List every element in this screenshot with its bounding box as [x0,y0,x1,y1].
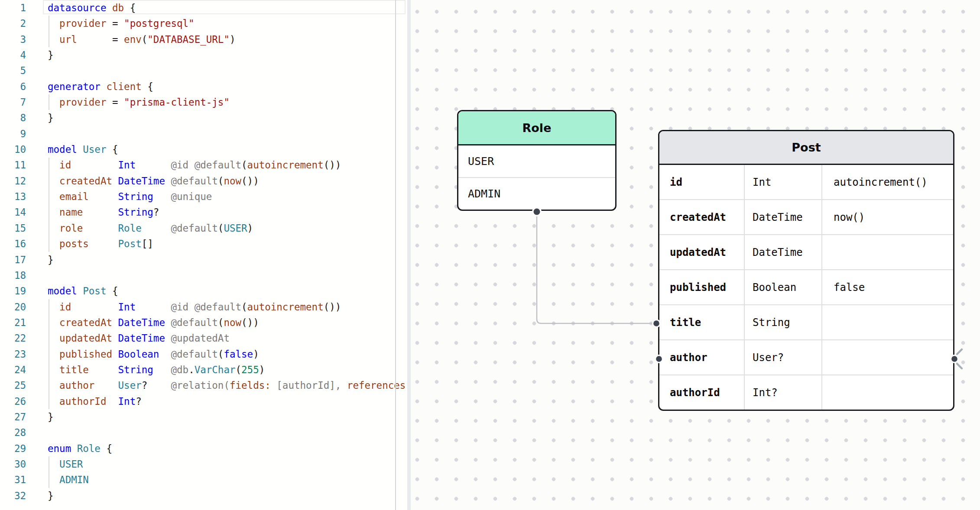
line-number: 8 [0,110,26,126]
line-number: 7 [0,94,26,110]
line-number: 21 [0,315,26,330]
schema-editor-pane[interactable]: 1datasource db {2 provider = "postgresql… [0,0,407,510]
code-line-text: createdAt DateTime @default(now()) [48,315,259,330]
code-line[interactable]: 17} [0,252,407,268]
code-line[interactable]: 6generator client { [0,79,407,94]
line-number: 27 [0,409,26,425]
code-line-text: } [48,488,54,504]
editor-ruler [395,0,396,510]
code-line-text: posts Post[] [48,236,153,252]
code-line[interactable]: 25 author User? @relation(fields: [autho… [0,378,407,393]
code-line[interactable]: 28 [0,425,407,440]
code-line-text: url = env("DATABASE_URL") [48,32,236,47]
field-type-cell: DateTime [744,200,821,234]
code-line-text: generator client { [48,79,153,94]
diagram-canvas[interactable]: Role USERADMIN Post idIntautoincrement()… [411,0,980,510]
line-number: 30 [0,456,26,472]
field-name-cell: createdAt [659,200,744,234]
code-line[interactable]: 32} [0,488,407,504]
code-line-text: createdAt DateTime @default(now()) [48,173,259,189]
field-default-cell [821,340,953,374]
line-number: 31 [0,472,26,487]
code-line-text: ADMIN [48,472,89,487]
erd-table-post[interactable]: Post idIntautoincrement()createdAtDateTi… [658,130,954,411]
code-line-text: } [48,252,54,268]
code-line-text: published Boolean @default(false) [48,346,259,362]
code-line[interactable]: 3 url = env("DATABASE_URL") [0,32,407,47]
enum-value-row[interactable]: USER [458,145,615,177]
code-line[interactable]: 24 title String @db.VarChar(255) [0,362,407,378]
code-line[interactable]: 9 [0,126,407,142]
code-line[interactable]: 23 published Boolean @default(false) [0,346,407,362]
line-number: 2 [0,16,26,31]
code-line[interactable]: 13 email String @unique [0,189,407,204]
field-type-cell: Boolean [744,270,821,304]
line-number: 25 [0,378,26,393]
code-lines: 1datasource db {2 provider = "postgresql… [0,0,407,504]
code-line[interactable]: 1datasource db { [0,0,407,16]
code-line-text: provider = "postgresql" [48,16,195,31]
code-line[interactable]: 2 provider = "postgresql" [0,16,407,31]
erd-table-post-rows: idIntautoincrement()createdAtDateTimenow… [659,165,953,410]
code-line[interactable]: 7 provider = "prisma-client-js" [0,94,407,110]
code-line-text: provider = "prisma-client-js" [48,94,230,110]
code-line[interactable]: 31 ADMIN [0,472,407,487]
relation-edge-role-user [537,215,654,323]
model-field-row[interactable]: updatedAtDateTime [659,234,953,269]
model-field-row[interactable]: titleString [659,304,953,339]
field-name-cell: published [659,270,744,304]
code-line-text: id Int @id @default(autoincrement()) [48,299,341,315]
code-line-text: enum Role { [48,441,112,456]
code-line[interactable]: 12 createdAt DateTime @default(now()) [0,173,407,189]
line-number: 4 [0,47,26,63]
field-name-cell: id [659,165,744,199]
code-line-text: author User? @relation(fields: [authorId… [48,378,407,393]
code-line-text: email String @unique [48,189,212,204]
line-number: 19 [0,283,26,299]
line-number: 3 [0,32,26,47]
code-line[interactable]: 22 updatedAt DateTime @updatedAt [0,330,407,346]
code-line[interactable]: 27} [0,409,407,425]
code-line[interactable]: 8} [0,110,407,126]
code-line[interactable]: 18 [0,268,407,283]
line-number: 23 [0,346,26,362]
code-line[interactable]: 16 posts Post[] [0,236,407,252]
code-line[interactable]: 19model Post { [0,283,407,299]
field-name-cell: title [659,305,744,339]
code-line[interactable]: 29enum Role { [0,441,407,456]
line-number: 1 [0,0,26,16]
line-number: 22 [0,330,26,346]
relation-edge-clipped-arrow [957,349,962,368]
code-line[interactable]: 10model User { [0,142,407,157]
field-default-cell [821,375,953,410]
line-number: 26 [0,394,26,409]
code-line-text: name String? [48,204,159,220]
model-field-row[interactable]: createdAtDateTimenow() [659,199,953,234]
code-line[interactable]: 30 USER [0,456,407,472]
indent-guide [49,456,49,488]
line-number: 13 [0,189,26,204]
code-line[interactable]: 11 id Int @id @default(autoincrement()) [0,157,407,173]
indent-guide [49,94,49,110]
code-line-text: updatedAt DateTime @updatedAt [48,330,230,346]
model-field-row[interactable]: authorUser? [659,339,953,374]
line-number: 15 [0,220,26,236]
model-field-row[interactable]: publishedBooleanfalse [659,269,953,304]
code-line-text: } [48,47,54,63]
code-line-text: title String @db.VarChar(255) [48,362,265,378]
pane-divider[interactable] [407,0,411,510]
code-line[interactable]: 4} [0,47,407,63]
model-field-row[interactable]: idIntautoincrement() [659,165,953,199]
code-line[interactable]: 14 name String? [0,204,407,220]
code-line[interactable]: 15 role Role @default(USER) [0,220,407,236]
code-line[interactable]: 26 authorId Int? [0,394,407,409]
code-line[interactable]: 5 [0,63,407,78]
line-number: 5 [0,63,26,78]
model-field-row[interactable]: authorIdInt? [659,374,953,410]
code-line[interactable]: 20 id Int @id @default(autoincrement()) [0,299,407,315]
field-default-cell [821,235,953,269]
enum-value-row[interactable]: ADMIN [458,177,615,210]
field-type-cell: User? [744,340,821,374]
erd-table-role[interactable]: Role USERADMIN [457,110,617,211]
code-line[interactable]: 21 createdAt DateTime @default(now()) [0,315,407,330]
